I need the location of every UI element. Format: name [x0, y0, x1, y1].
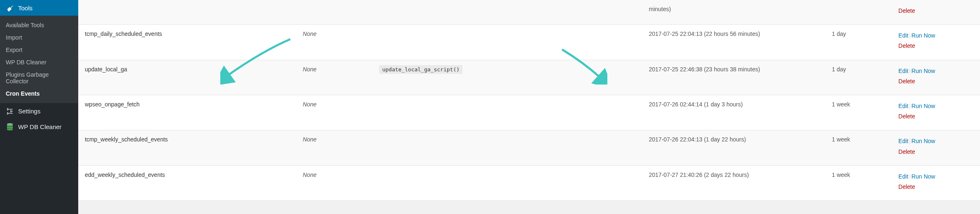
database-icon	[6, 122, 14, 131]
cell-recurrence: 1 week	[827, 165, 894, 200]
cell-next-run: 2017-07-26 22:04:13 (1 day 22 hours)	[644, 130, 827, 165]
edit-link[interactable]: Edit	[898, 103, 908, 109]
cell-recurrence: 1 week	[827, 130, 894, 165]
separator-icon: |	[909, 32, 911, 39]
cell-hook: update_local_ga	[78, 60, 298, 95]
edit-link[interactable]: Edit	[898, 173, 908, 180]
cell-arguments: None	[298, 25, 374, 60]
cell-recurrence: 1 day	[827, 60, 894, 95]
cell-row-actions: Edit|Run NowDelete	[894, 25, 980, 60]
menu-tools[interactable]: Tools	[0, 0, 78, 16]
cron-events-table-wrap: minutes)Deletetcmp_daily_scheduled_event…	[78, 0, 980, 214]
edit-link[interactable]: Edit	[898, 138, 908, 144]
table-row: update_local_gaNoneupdate_local_ga_scrip…	[78, 60, 980, 95]
cell-action	[374, 130, 644, 165]
tools-submenu: Available ToolsImportExportWP DB Cleaner…	[0, 16, 78, 103]
cell-next-run: 2017-07-25 22:04:13 (22 hours 56 minutes…	[644, 25, 827, 60]
cell-action	[374, 95, 644, 130]
cell-row-actions: Delete	[894, 0, 980, 25]
cell-arguments	[298, 0, 374, 25]
table-row: edd_weekly_scheduled_eventsNone2017-07-2…	[78, 165, 980, 200]
cell-row-actions: Edit|Run NowDelete	[894, 60, 980, 95]
run-now-link[interactable]: Run Now	[912, 32, 936, 39]
cell-arguments: None	[298, 130, 374, 165]
edit-link[interactable]: Edit	[898, 68, 908, 74]
cell-next-run: minutes)	[644, 0, 827, 25]
sidebar-item-plugins-garbage-collector[interactable]: Plugins Garbage Collector	[0, 68, 78, 87]
run-now-link[interactable]: Run Now	[912, 103, 936, 109]
cell-hook: edd_weekly_scheduled_events	[78, 165, 298, 200]
cell-recurrence	[827, 0, 894, 25]
admin-sidebar: Tools Available ToolsImportExportWP DB C…	[0, 0, 78, 214]
cron-events-table: minutes)Deletetcmp_daily_scheduled_event…	[78, 0, 980, 201]
sidebar-item-import[interactable]: Import	[0, 31, 78, 44]
svg-point-0	[7, 123, 13, 125]
run-now-link[interactable]: Run Now	[912, 68, 936, 74]
cell-action	[374, 25, 644, 60]
separator-icon: |	[909, 103, 911, 109]
cell-arguments: None	[298, 165, 374, 200]
separator-icon: |	[909, 68, 911, 74]
separator-icon: |	[909, 138, 911, 144]
run-now-link[interactable]: Run Now	[912, 173, 936, 180]
cell-row-actions: Edit|Run NowDelete	[894, 95, 980, 130]
sliders-icon	[6, 107, 14, 115]
cell-recurrence: 1 week	[827, 95, 894, 130]
table-row: tcmp_weekly_scheduled_eventsNone2017-07-…	[78, 130, 980, 165]
cell-next-run: 2017-07-27 21:40:26 (2 days 22 hours)	[644, 165, 827, 200]
delete-link[interactable]: Delete	[898, 7, 915, 14]
cell-action: update_local_ga_script()	[374, 60, 644, 95]
menu-settings[interactable]: Settings	[0, 103, 78, 119]
cell-next-run: 2017-07-25 22:46:38 (23 hours 38 minutes…	[644, 60, 827, 95]
cell-arguments: None	[298, 95, 374, 130]
cell-hook: tcmp_daily_scheduled_events	[78, 25, 298, 60]
cell-recurrence: 1 day	[827, 25, 894, 60]
sidebar-item-available-tools[interactable]: Available Tools	[0, 19, 78, 31]
delete-link[interactable]: Delete	[898, 183, 915, 190]
cell-row-actions: Edit|Run NowDelete	[894, 130, 980, 165]
table-row: wpseo_onpage_fetchNone2017-07-26 02:44:1…	[78, 95, 980, 130]
menu-settings-label: Settings	[18, 108, 40, 115]
action-code: update_local_ga_script()	[379, 65, 462, 74]
sidebar-item-cron-events[interactable]: Cron Events	[0, 87, 78, 100]
wrench-icon	[6, 4, 14, 12]
cell-hook: wpseo_onpage_fetch	[78, 95, 298, 130]
delete-link[interactable]: Delete	[898, 113, 915, 120]
cell-action	[374, 0, 644, 25]
menu-tools-label: Tools	[18, 5, 33, 12]
cell-next-run: 2017-07-26 02:44:14 (1 day 3 hours)	[644, 95, 827, 130]
delete-link[interactable]: Delete	[898, 148, 915, 155]
separator-icon: |	[909, 173, 911, 180]
table-row: minutes)Delete	[78, 0, 980, 25]
menu-wpdb-label: WP DB Cleaner	[18, 123, 62, 130]
run-now-link[interactable]: Run Now	[912, 138, 936, 144]
cell-row-actions: Edit|Run NowDelete	[894, 165, 980, 200]
sidebar-item-export[interactable]: Export	[0, 44, 78, 56]
cell-arguments: None	[298, 60, 374, 95]
edit-link[interactable]: Edit	[898, 32, 908, 39]
delete-link[interactable]: Delete	[898, 42, 915, 49]
table-row: tcmp_daily_scheduled_eventsNone2017-07-2…	[78, 25, 980, 60]
cell-hook: tcmp_weekly_scheduled_events	[78, 130, 298, 165]
menu-wpdb-cleaner[interactable]: WP DB Cleaner	[0, 119, 78, 134]
sidebar-item-wp-db-cleaner[interactable]: WP DB Cleaner	[0, 56, 78, 68]
delete-link[interactable]: Delete	[898, 78, 915, 85]
cell-action	[374, 165, 644, 200]
cell-hook	[78, 0, 298, 25]
